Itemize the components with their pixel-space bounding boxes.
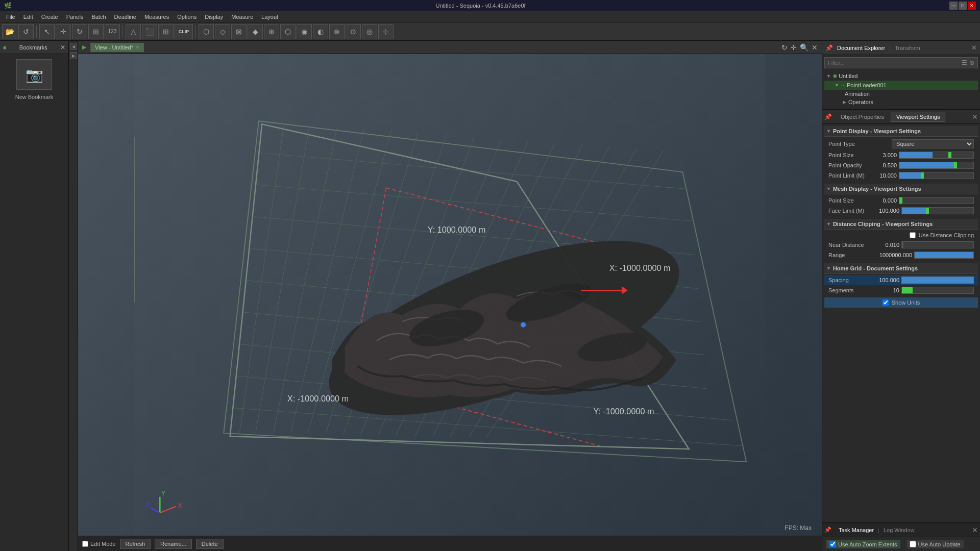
point-type-select[interactable]: Square Round xyxy=(892,139,974,148)
point-size-slider[interactable] xyxy=(899,152,974,159)
menu-edit[interactable]: Edit xyxy=(19,13,37,21)
rename-button[interactable]: Rename... xyxy=(155,539,192,549)
toolbar-button-tool7[interactable]: ⊛ xyxy=(329,24,345,39)
mesh-point-size-slider[interactable] xyxy=(899,197,974,204)
tree-item-operators[interactable]: ▶ Operators xyxy=(824,98,978,106)
menu-layout[interactable]: Layout xyxy=(257,13,282,21)
menu-panels[interactable]: Panels xyxy=(62,13,88,21)
edit-mode-checkbox[interactable] xyxy=(82,541,88,547)
spacing-slider[interactable] xyxy=(901,277,974,284)
tree-item-pointloader[interactable]: ▼ ~ PointLoader001 xyxy=(824,81,978,90)
filter-icon-1[interactable]: ☰ xyxy=(962,59,967,66)
point-type-label: Point Type xyxy=(828,141,890,147)
toolbar-button-mesh[interactable]: ◇ xyxy=(215,24,230,39)
menu-display[interactable]: Display xyxy=(201,13,227,21)
left-strip-btn2[interactable]: ▶ xyxy=(70,52,77,59)
toolbar-button-grid[interactable]: ⊞ xyxy=(158,24,174,39)
home-grid-section-header[interactable]: ▼ Home Grid - Document Settings xyxy=(824,263,978,274)
properties-panel: 📌 Object Properties Viewport Settings ✕ … xyxy=(822,109,980,522)
left-strip-btn1[interactable]: ◀ xyxy=(70,43,77,50)
viewport-search-icon[interactable]: 🔍 xyxy=(800,43,808,52)
menu-measure[interactable]: Measure xyxy=(227,13,257,21)
menu-file[interactable]: File xyxy=(2,13,19,21)
delete-button[interactable]: Delete xyxy=(196,539,224,549)
tree-item-animation[interactable]: Animation xyxy=(824,90,978,98)
svg-text:Y: Y xyxy=(161,490,166,497)
toolbar-button-rotate[interactable]: ↻ xyxy=(72,24,87,39)
tree-item-untitled[interactable]: ▼ ■ Untitled xyxy=(824,71,978,81)
face-limit-slider[interactable] xyxy=(901,207,974,214)
toolbar-button-tool6[interactable]: ◐ xyxy=(313,24,328,39)
point-size-row: Point Size 3.000 xyxy=(824,150,978,160)
svg-text:Y: -1000.0000 m: Y: -1000.0000 m xyxy=(593,407,654,416)
viewport-close-button[interactable]: ✕ xyxy=(812,43,818,52)
toolbar-button-pts[interactable]: ⬡ xyxy=(199,24,214,39)
task-manager-tab[interactable]: Task Manager xyxy=(835,526,878,534)
toolbar-button-tool8[interactable]: ⊙ xyxy=(346,24,361,39)
toolbar-button-undo[interactable]: ↺ xyxy=(18,24,34,39)
range-row: Range 1000000.000 xyxy=(824,250,978,260)
viewport-area: ◀ ▶ ▶ View - Untitled* ✕ ↻ ✛ 🔍 ✕ xyxy=(69,41,822,551)
point-display-section-header[interactable]: ▼ Point Display - Viewport Settings xyxy=(824,126,978,137)
viewport-tab-main[interactable]: View - Untitled* ✕ xyxy=(90,43,144,52)
log-window-tab[interactable]: Log Window xyxy=(879,526,919,534)
auto-zoom-label[interactable]: Use Auto Zoom Extents xyxy=(826,540,900,548)
segments-slider[interactable] xyxy=(901,287,974,294)
near-distance-slider[interactable] xyxy=(901,241,974,248)
toolbar-button-box[interactable]: ⬛ xyxy=(142,24,157,39)
filter-icon-2[interactable]: ⊕ xyxy=(969,59,974,66)
bottom-panels-close[interactable]: ✕ xyxy=(972,526,978,534)
close-button[interactable]: ✕ xyxy=(968,2,976,10)
toolbar-button-file[interactable]: 📂 xyxy=(2,24,17,39)
distance-clipping-section-header[interactable]: ▼ Distance Clipping - Viewport Settings xyxy=(824,219,978,230)
transform-tab[interactable]: Transform xyxy=(895,45,920,51)
toolbar-button-clip[interactable]: CLIP xyxy=(175,24,193,39)
toolbar-button-tool1[interactable]: ⊠ xyxy=(231,24,247,39)
filter-input[interactable] xyxy=(828,60,960,66)
menu-measures[interactable]: Measures xyxy=(140,13,173,21)
viewport-tab-close[interactable]: ✕ xyxy=(135,44,139,50)
use-distance-clipping-checkbox[interactable] xyxy=(910,232,916,238)
maximize-button[interactable]: □ xyxy=(959,2,967,10)
menu-batch[interactable]: Batch xyxy=(87,13,110,21)
distance-clipping-title: Distance Clipping - Viewport Settings xyxy=(833,221,933,227)
mesh-display-section-header[interactable]: ▼ Mesh Display - Viewport Settings xyxy=(824,184,978,194)
toolbar-button-num[interactable]: 123 xyxy=(105,24,120,39)
toolbar-button-select[interactable]: ↖ xyxy=(39,24,55,39)
doc-explorer-tab[interactable]: Document Explorer xyxy=(837,45,885,51)
scene-svg: Y: 1000.0000 m X: -1000.0000 m X: -1000.… xyxy=(78,54,822,551)
viewport-refresh-icon[interactable]: ↻ xyxy=(781,43,788,52)
auto-update-checkbox[interactable] xyxy=(910,541,916,547)
toolbar-button-tool5[interactable]: ◉ xyxy=(297,24,312,39)
toolbar-button-tool3[interactable]: ⊕ xyxy=(264,24,279,39)
object-properties-tab[interactable]: Object Properties xyxy=(835,112,890,122)
untitled-icon: ■ xyxy=(833,72,837,80)
toolbar-button-scale[interactable]: ⊞ xyxy=(88,24,104,39)
menu-create[interactable]: Create xyxy=(37,13,62,21)
point-opacity-slider[interactable] xyxy=(899,162,974,169)
edit-mode-label[interactable]: Edit Mode xyxy=(82,541,116,547)
viewport-settings-tab[interactable]: Viewport Settings xyxy=(891,112,945,122)
toolbar-button-tool10[interactable]: ⊹ xyxy=(378,24,394,39)
point-limit-slider[interactable] xyxy=(899,172,974,179)
viewport-3d[interactable]: Y: 1000.0000 m X: -1000.0000 m X: -1000.… xyxy=(78,54,822,551)
show-units-checkbox[interactable] xyxy=(883,299,889,306)
toolbar-button-tool2[interactable]: ◆ xyxy=(248,24,263,39)
auto-update-label[interactable]: Use Auto Update xyxy=(906,540,964,548)
minimize-button[interactable]: — xyxy=(949,2,958,10)
menu-deadline[interactable]: Deadline xyxy=(110,13,140,21)
near-distance-label: Near Distance xyxy=(828,242,869,248)
new-bookmark-label: New Bookmark xyxy=(15,94,54,100)
viewport-fit-icon[interactable]: ✛ xyxy=(791,43,797,52)
toolbar-button-tool9[interactable]: ◎ xyxy=(362,24,377,39)
doc-explorer-close[interactable]: ✕ xyxy=(971,44,977,52)
refresh-button[interactable]: Refresh xyxy=(120,539,151,549)
bookmarks-close-button[interactable]: ✕ xyxy=(60,44,65,51)
toolbar-button-tool4[interactable]: ⬡ xyxy=(280,24,296,39)
range-slider[interactable] xyxy=(914,252,974,259)
menu-options[interactable]: Options xyxy=(173,13,201,21)
properties-close-button[interactable]: ✕ xyxy=(972,113,978,121)
auto-zoom-checkbox[interactable] xyxy=(829,541,836,547)
toolbar-button-poly[interactable]: △ xyxy=(126,24,141,39)
toolbar-button-move[interactable]: ✛ xyxy=(56,24,71,39)
